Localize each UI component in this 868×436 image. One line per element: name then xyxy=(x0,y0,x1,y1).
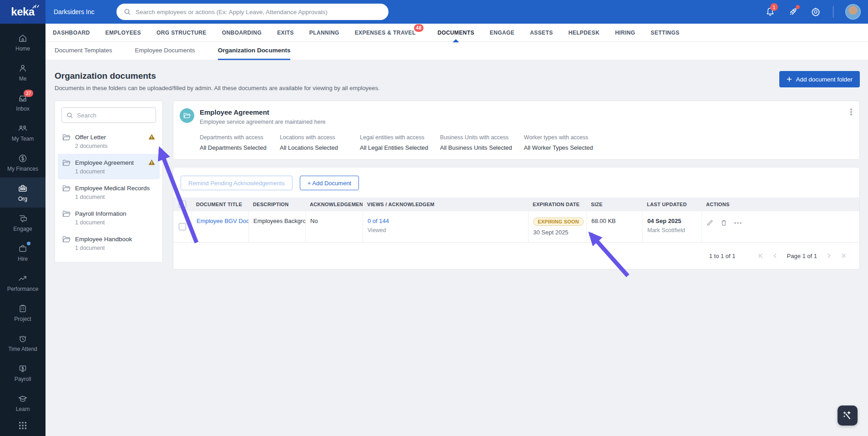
nav-helpdesk[interactable]: HELPDESK xyxy=(568,24,600,42)
apps-grid-icon[interactable] xyxy=(18,421,28,431)
document-title-link[interactable]: Employee BGV Documents xyxy=(197,218,248,224)
documents-card: Remind Pending Acknowledgements + Add Do… xyxy=(173,167,860,269)
sidebar-item-engage[interactable]: Engage xyxy=(0,208,45,238)
sidebar-item-label: Payroll xyxy=(15,376,31,382)
add-document-folder-label: Add document folder xyxy=(796,76,853,83)
folder-item-employee-handbook[interactable]: Employee Handbook 1 document xyxy=(58,230,160,256)
sidebar-item-my-team[interactable]: My Team xyxy=(0,117,45,147)
nav-label: SETTINGS xyxy=(651,30,679,36)
nav-settings[interactable]: SETTINGS xyxy=(651,24,679,42)
global-search[interactable] xyxy=(116,4,389,20)
sidebar-item-performance[interactable]: Performance xyxy=(0,268,45,298)
folder-item-employee-agreement[interactable]: Employee Agreement 1 document xyxy=(58,154,160,179)
more-actions-ellipsis-icon[interactable] xyxy=(734,222,742,224)
sidebar-item-me[interactable]: Me xyxy=(0,57,45,87)
nav-assets[interactable]: ASSETS xyxy=(530,24,553,42)
keka-logo[interactable]: keka xyxy=(0,0,45,24)
performance-trend-icon xyxy=(18,274,28,284)
dollar-circle-icon xyxy=(18,153,28,163)
folder-detail-description: Employee service agreement are maintaine… xyxy=(200,119,326,125)
nav-dashboard[interactable]: DASHBOARD xyxy=(53,24,90,42)
user-avatar[interactable] xyxy=(845,4,861,20)
sidebar-item-inbox[interactable]: 37 Inbox xyxy=(0,87,45,117)
last-page-icon[interactable] xyxy=(838,253,848,259)
folder-avatar-icon xyxy=(180,108,194,123)
nav-engage[interactable]: ENGAGE xyxy=(490,24,515,42)
views-count-link[interactable]: 0 of 144 xyxy=(368,218,389,224)
folder-icon xyxy=(62,236,71,243)
active-nav-caret xyxy=(453,39,459,42)
previous-page-icon[interactable] xyxy=(771,253,779,259)
access-label: Worker types with access xyxy=(524,134,593,141)
last-updated-date: 04 Sep 2025 xyxy=(647,218,697,224)
folder-detail-title: Employee Agreement xyxy=(200,108,326,116)
acknowledgement-required-value: No xyxy=(305,211,363,242)
sidebar-item-label: Org xyxy=(18,196,27,202)
tab-employee-documents[interactable]: Employee Documents xyxy=(135,42,195,60)
folder-search-input[interactable] xyxy=(77,112,151,119)
sidebar-item-home[interactable]: Home xyxy=(0,27,45,57)
folder-menu-kebab-icon[interactable] xyxy=(850,108,852,116)
sidebar-item-label: Me xyxy=(19,76,27,82)
sidebar-item-hire[interactable]: Hire xyxy=(0,238,45,268)
sidebar-item-my-finances[interactable]: My Finances xyxy=(0,147,45,177)
remind-pending-acknowledgements-button[interactable]: Remind Pending Acknowledgements xyxy=(181,176,293,190)
topbar-divider xyxy=(833,6,833,18)
settings-gear-icon[interactable] xyxy=(810,6,821,17)
last-updated-by: Mark Scottfield xyxy=(647,227,697,233)
nav-expenses-travel[interactable]: EXPENSES & TRAVEL 48 xyxy=(355,24,416,42)
table-row: Employee BGV Documents Employees Backgro… xyxy=(173,211,859,243)
nav-org-structure[interactable]: ORG STRUCTURE xyxy=(156,24,207,42)
folder-name: Employee Agreement xyxy=(75,159,134,166)
pagination-range: 1 to 1 of 1 xyxy=(709,253,736,259)
sidebar-item-label: Hire xyxy=(18,256,28,262)
tab-document-templates[interactable]: Document Templates xyxy=(55,42,112,60)
first-page-icon[interactable] xyxy=(757,253,767,259)
nav-label: DOCUMENTS xyxy=(438,30,474,36)
nav-employees[interactable]: EMPLOYEES xyxy=(106,24,141,42)
whats-new-rocket-icon[interactable] xyxy=(787,6,798,17)
folder-item-payroll-information[interactable]: Payroll Information 1 document xyxy=(58,205,160,230)
col-description: DESCRIPTION xyxy=(248,202,305,207)
delete-trash-icon[interactable] xyxy=(721,219,727,226)
magic-wand-button[interactable] xyxy=(838,406,858,426)
folder-item-employee-medical-records[interactable]: Employee Medical Records 1 document xyxy=(58,179,160,205)
engage-chat-icon xyxy=(18,213,28,223)
sidebar-item-time-attend[interactable]: Time Attend xyxy=(0,328,45,358)
documents-table: DOCUMENT TITLE DESCRIPTION ACKNOWLEDGEME… xyxy=(173,198,859,243)
sidebar-item-payroll[interactable]: Payroll xyxy=(0,358,45,388)
select-all-checkbox[interactable] xyxy=(179,201,186,208)
nav-documents[interactable]: DOCUMENTS xyxy=(438,24,474,42)
hire-notification-dot xyxy=(27,242,30,245)
sidebar-item-learn[interactable]: Learn xyxy=(0,388,45,418)
next-page-icon[interactable] xyxy=(825,253,833,259)
col-actions: ACTIONS xyxy=(701,202,859,207)
nav-label: EMPLOYEES xyxy=(106,30,141,36)
warning-icon xyxy=(148,159,155,165)
add-document-button[interactable]: + Add Document xyxy=(300,176,359,190)
row-checkbox[interactable] xyxy=(179,223,186,230)
nav-exits[interactable]: EXITS xyxy=(277,24,294,42)
sidebar-item-project[interactable]: Project xyxy=(0,298,45,328)
sidebar-item-org[interactable]: Org xyxy=(0,177,45,208)
nav-onboarding[interactable]: ONBOARDING xyxy=(222,24,262,42)
sidebar-item-label: Engage xyxy=(13,226,32,232)
edit-pencil-icon[interactable] xyxy=(707,219,713,226)
folder-search[interactable] xyxy=(61,107,156,123)
sidebar-item-label: Inbox xyxy=(16,106,29,112)
nav-hiring[interactable]: HIRING xyxy=(615,24,635,42)
folder-item-offer-letter[interactable]: Offer Letter 2 documents xyxy=(58,128,160,154)
inbox-icon: 37 xyxy=(18,93,28,103)
nav-label: ASSETS xyxy=(530,30,553,36)
notifications-bell-icon[interactable]: 1 xyxy=(765,6,776,17)
access-departments: Departments with access All Departments … xyxy=(200,134,268,151)
nav-planning[interactable]: PLANNING xyxy=(309,24,339,42)
global-search-input[interactable] xyxy=(136,9,381,15)
folder-icon xyxy=(62,210,71,218)
nav-label: ORG STRUCTURE xyxy=(156,30,207,36)
add-document-folder-button[interactable]: Add document folder xyxy=(779,71,860,87)
tab-organization-documents[interactable]: Organization Documents xyxy=(218,42,291,60)
access-value: All Worker Types Selected xyxy=(524,144,593,151)
home-icon xyxy=(18,33,28,43)
folder-list-panel: Offer Letter 2 documents Employee Agreem… xyxy=(55,101,163,263)
